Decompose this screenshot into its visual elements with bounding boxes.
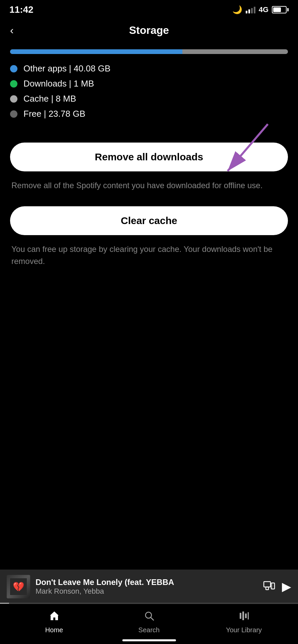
library-icon — [238, 610, 250, 624]
legend-cache: Cache | 8 MB — [10, 94, 288, 104]
now-playing-bar[interactable]: 💔 Don't Leave Me Lonely (feat. YEBBA Mar… — [0, 570, 298, 604]
nav-search[interactable]: Search — [102, 610, 196, 634]
legend-other-apps-label: Other apps | 40.08 GB — [23, 63, 111, 74]
svg-rect-13 — [248, 612, 249, 620]
battery-tip — [287, 8, 289, 11]
nav-library[interactable]: Your Library — [196, 610, 291, 634]
battery — [272, 6, 289, 13]
search-icon — [143, 610, 155, 624]
buttons-section: Remove all downloads Remove all of the S… — [0, 143, 298, 267]
home-indicator — [122, 639, 176, 641]
bottom-nav: Home Search Your Library — [0, 604, 298, 644]
legend-cache-label: Cache | 8 MB — [23, 94, 76, 104]
remove-downloads-button[interactable]: Remove all downloads — [10, 143, 288, 171]
remove-downloads-description: Remove all of the Spotify content you ha… — [10, 179, 288, 192]
signal-bars — [246, 6, 255, 13]
nav-home[interactable]: Home — [7, 610, 102, 634]
svg-rect-10 — [240, 613, 241, 619]
track-name: Don't Leave Me Lonely (feat. YEBBA — [36, 578, 258, 587]
signal-bar-4 — [254, 7, 255, 13]
page-title: Storage — [129, 24, 169, 37]
nav-search-label: Search — [138, 626, 160, 634]
header: ‹ Storage — [0, 18, 298, 43]
nav-library-label: Your Library — [226, 626, 262, 634]
legend-free: Free | 23.78 GB — [10, 109, 288, 119]
storage-section: Other apps | 40.08 GB Downloads | 1 MB C… — [0, 43, 298, 143]
svg-line-9 — [151, 618, 154, 620]
signal-bar-3 — [251, 8, 253, 13]
dot-other-apps — [10, 65, 17, 72]
storage-progress-fill — [10, 49, 182, 54]
track-artist: Mark Ronson, Yebba — [36, 587, 258, 596]
home-icon — [49, 610, 60, 624]
legend-downloads: Downloads | 1 MB — [10, 78, 288, 89]
svg-rect-5 — [266, 587, 269, 590]
album-art-graphic: 💔 — [10, 578, 27, 595]
clear-cache-button[interactable]: Clear cache — [10, 206, 288, 235]
legend-downloads-label: Downloads | 1 MB — [23, 78, 94, 89]
svg-rect-12 — [245, 613, 247, 618]
clear-cache-description: You can free up storage by clearing your… — [10, 243, 288, 267]
album-art: 💔 — [7, 575, 30, 598]
svg-rect-11 — [242, 611, 244, 620]
nav-home-label: Home — [45, 626, 63, 634]
svg-text:💔: 💔 — [13, 581, 24, 592]
battery-body — [272, 6, 287, 13]
svg-rect-4 — [264, 582, 271, 587]
legend-other-apps: Other apps | 40.08 GB — [10, 63, 288, 74]
connect-device-icon[interactable] — [263, 580, 275, 594]
play-button[interactable]: ▶ — [282, 580, 291, 594]
storage-progress-bar — [10, 49, 288, 54]
status-icons: 🌙 4G — [232, 5, 289, 14]
dot-cache — [10, 95, 17, 103]
signal-bar-1 — [246, 11, 247, 13]
player-controls: ▶ — [263, 580, 291, 594]
dot-downloads — [10, 80, 17, 88]
battery-fill — [273, 7, 281, 12]
back-button[interactable]: ‹ — [10, 24, 14, 37]
dot-free — [10, 110, 17, 118]
track-info: Don't Leave Me Lonely (feat. YEBBA Mark … — [36, 578, 258, 596]
storage-legend: Other apps | 40.08 GB Downloads | 1 MB C… — [10, 63, 288, 119]
status-bar: 11:42 🌙 4G — [0, 0, 298, 18]
network-type: 4G — [259, 5, 269, 14]
moon-icon: 🌙 — [232, 5, 242, 14]
album-art-inner: 💔 — [7, 575, 30, 598]
status-time: 11:42 — [9, 4, 34, 15]
signal-bar-2 — [248, 9, 250, 13]
svg-rect-6 — [271, 583, 275, 589]
legend-free-label: Free | 23.78 GB — [23, 109, 85, 119]
